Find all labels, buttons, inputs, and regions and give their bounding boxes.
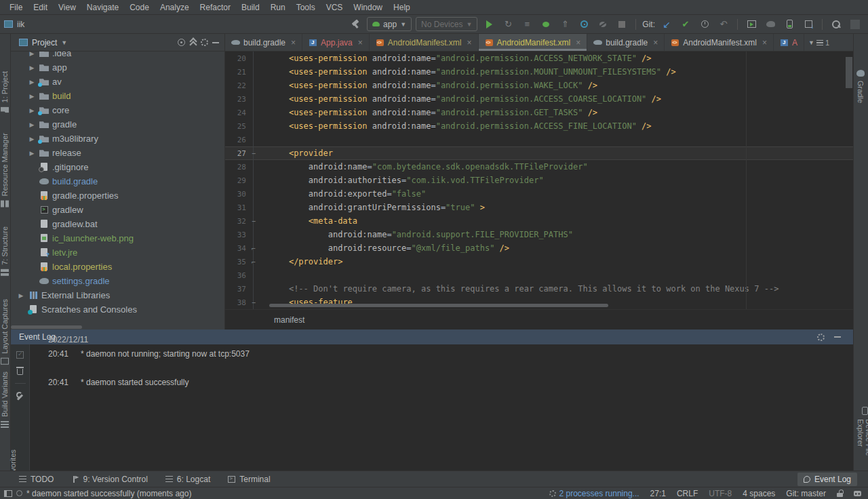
tree-item-gradlew[interactable]: gradlew [11,203,220,217]
close-tab-icon[interactable]: × [467,38,472,47]
hide-panel-icon[interactable] [212,42,219,43]
menu-refactor[interactable]: Refactor [195,3,236,12]
tree-item-av[interactable]: ▶av [11,75,220,89]
locate-file-icon[interactable] [178,39,185,46]
tree-item-release[interactable]: ▶release [11,146,220,160]
menu-file[interactable]: File [4,3,28,12]
menu-edit[interactable]: Edit [28,3,53,12]
editor-horizontal-scrollbar[interactable] [269,304,608,307]
expand-arrow-icon[interactable]: ▶ [27,136,37,142]
hidden-tabs-dropdown[interactable]: ▼1 [808,39,829,47]
tree-item-gradlew-bat[interactable]: gradlew.bat [11,217,220,231]
fold-marker-icon[interactable]: − [246,218,261,225]
expand-arrow-icon[interactable]: ▶ [27,107,37,114]
menu-build[interactable]: Build [236,3,265,12]
stripe-button-1-project[interactable]: 1: Project [1,71,9,113]
settings-wrench-icon[interactable] [16,392,24,401]
menu-navigate[interactable]: Navigate [81,3,124,12]
tree-item-m3u8library[interactable]: ▶m3u8library [11,132,220,146]
close-tab-icon[interactable]: × [762,38,767,47]
tab-androidmanifest-xml[interactable]: AndroidManifest.xml× [665,34,774,51]
run-tool-window-icon[interactable] [744,17,759,32]
expand-arrow-icon[interactable]: ▶ [27,64,37,71]
menu-vcs[interactable]: VCS [321,3,349,12]
tree-item-local-properties[interactable]: local.properties [11,260,220,274]
history-icon[interactable] [697,17,712,32]
stripe-button-7-structure[interactable]: 7: Structure [1,226,9,276]
tree-item-gitignore[interactable]: .gitignore [11,160,220,174]
gradle-sync-icon[interactable] [763,17,778,32]
stripe-button-build-variants[interactable]: Build Variants [1,372,9,428]
editor-body[interactable]: 2021222324252627−2829303132−3334⌐35⌐3637… [225,52,853,309]
tree-item-settings-gradle[interactable]: settings.gradle [11,274,220,288]
editor-vertical-scrollbar[interactable] [846,57,852,88]
menu-analyze[interactable]: Analyze [155,3,195,12]
tree-item-core[interactable]: ▶core [11,103,220,117]
build-hammer-icon[interactable] [348,17,363,32]
collapse-all-icon[interactable] [189,39,197,46]
project-panel-title[interactable]: Project [32,38,57,47]
stripe-button-gradle[interactable]: Gradle [856,70,865,103]
search-everywhere-icon[interactable] [829,17,844,32]
menu-view[interactable]: View [53,3,81,12]
toolwindow-button-todo[interactable]: TODO [19,475,54,484]
clear-log-icon[interactable] [17,369,23,375]
toolwindow-button-terminal[interactable]: Terminal [228,475,270,484]
tab-app-java[interactable]: App.java× [302,34,370,51]
fold-marker-icon[interactable]: ⌐ [246,258,261,266]
device-manager-icon[interactable] [782,17,797,32]
apply-changes-icon[interactable]: ↻ [500,17,515,32]
sdk-manager-icon[interactable] [801,17,816,32]
profiler-icon[interactable] [576,17,591,32]
debug-icon[interactable] [538,17,553,32]
notifications-robot-icon[interactable] [854,491,861,496]
expand-arrow-icon[interactable]: ▶ [27,121,37,128]
status-item-2-processes-running[interactable]: 2 processes running... [549,489,639,498]
run-configuration-select[interactable]: app ▼ [367,17,412,31]
tree-item-external-libraries[interactable]: ▶External Libraries [11,288,220,302]
event-log-content[interactable]: 2022/12/11 20:41* daemon not running; st… [31,330,853,471]
tree-item-ic-launcher-web-png[interactable]: ic_launcher-web.png [11,231,220,245]
rollback-icon[interactable]: ↶ [716,17,731,32]
gear-icon[interactable] [201,39,208,46]
expand-arrow-icon[interactable]: ▶ [27,52,37,57]
device-select[interactable]: No Devices ▼ [416,17,477,31]
expand-arrow-icon[interactable]: ▶ [27,79,37,85]
tab-androidmanifest-xml[interactable]: AndroidManifest.xml× [479,34,588,51]
project-horizontal-scrollbar[interactable] [11,325,82,329]
status-item-crlf[interactable]: CRLF [677,489,698,498]
fold-marker-icon[interactable]: − [246,299,261,306]
tree-item-build-gradle[interactable]: build.gradle [11,174,220,188]
toolwindow-switcher-icon[interactable] [4,490,12,497]
close-tab-icon[interactable]: × [576,38,580,47]
toolwindow-button-9-version-control[interactable]: 9: Version Control [71,475,147,484]
tree-item-gradle-properties[interactable]: gradle.properties [11,188,220,203]
tree-item-app[interactable]: ▶app [11,60,220,75]
expand-arrow-icon[interactable]: ▶ [16,292,26,299]
fold-marker-icon[interactable]: − [246,150,261,157]
fold-marker-icon[interactable]: ⌐ [246,245,261,252]
mark-all-read-icon[interactable] [16,351,24,359]
tree-item-idea[interactable]: ▶.idea [11,52,220,60]
breadcrumb[interactable]: manifest [274,315,304,325]
tab-androidmanifest-xml[interactable]: AndroidManifest.xml× [370,34,479,51]
stripe-button-layout-captures[interactable]: Layout Captures [1,299,9,365]
status-item-utf-8[interactable]: UTF-8 [709,489,732,498]
stripe-button-device-file-explorer[interactable]: Device File Explorer [856,407,868,471]
expand-arrow-icon[interactable]: ▶ [27,150,37,157]
apply-code-changes-icon[interactable]: ≡ [519,17,534,32]
tree-item-scratches-and-consoles[interactable]: Scratches and Consoles [11,302,220,317]
menu-window[interactable]: Window [348,3,388,12]
close-tab-icon[interactable]: × [291,38,296,47]
attach-debugger-icon[interactable]: ⇑ [557,17,572,32]
tree-item-letv-jre[interactable]: letv.jre [11,245,220,260]
stripe-button-resource-manager[interactable]: Resource Manager [1,133,9,207]
unlock-icon[interactable] [837,490,843,497]
git-commit-icon[interactable]: ✔ [678,17,693,32]
close-tab-icon[interactable]: × [653,38,658,47]
toolwindow-button-6-logcat[interactable]: 6: Logcat [165,475,210,484]
menu-code[interactable]: Code [124,3,155,12]
tree-item-build[interactable]: ▶build [11,89,220,103]
menu-run[interactable]: Run [265,3,291,12]
menu-help[interactable]: Help [388,3,416,12]
